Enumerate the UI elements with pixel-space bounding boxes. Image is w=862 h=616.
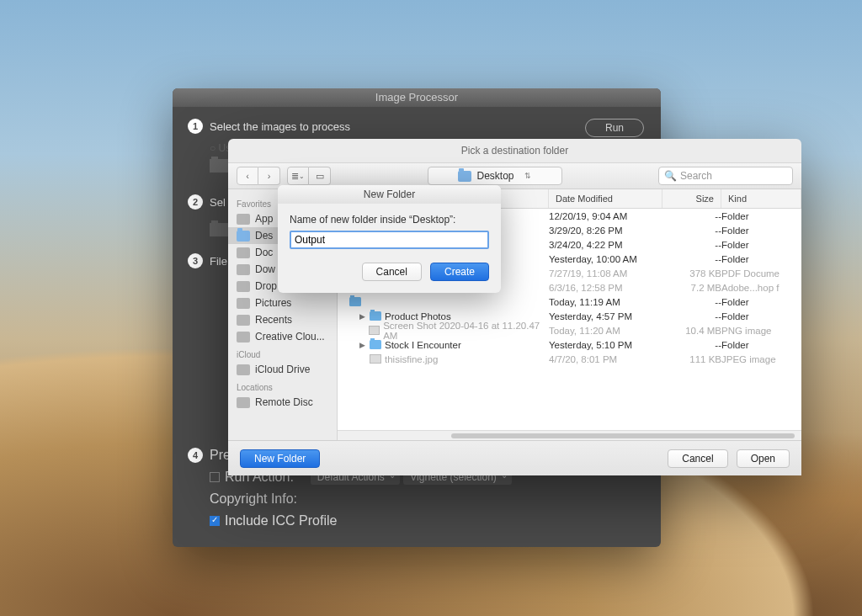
step-badge-2: 2 bbox=[188, 194, 203, 210]
file-kind: JPEG image bbox=[721, 354, 801, 364]
file-name: Screen Shot 2020-04-16 at 11.20.47 AM bbox=[383, 321, 549, 341]
file-kind: Adobe...hop f bbox=[721, 283, 801, 293]
window-title: Image Processor bbox=[173, 88, 661, 107]
search-icon: 🔍 bbox=[664, 170, 677, 182]
sidebar-header-locations: Locations bbox=[228, 378, 337, 394]
sidebar-item-remote-disc[interactable]: Remote Disc bbox=[228, 394, 337, 411]
sidebar-item-label: Pictures bbox=[255, 297, 291, 309]
sidebar-item-label: App bbox=[255, 213, 273, 225]
horizontal-scrollbar[interactable] bbox=[338, 430, 801, 440]
new-folder-dialog: New Folder Name of new folder inside “De… bbox=[278, 185, 501, 293]
disc-icon bbox=[237, 397, 250, 408]
file-row[interactable]: ▶Stock I EncounterYesterday, 5:10 PM--Fo… bbox=[338, 337, 801, 352]
file-date: 12/20/19, 9:04 AM bbox=[549, 211, 662, 221]
view-mode-button[interactable]: ≣ ⌄ bbox=[287, 167, 309, 185]
disclosure-triangle-icon[interactable]: ▶ bbox=[358, 341, 366, 349]
file-date: 7/27/19, 11:08 AM bbox=[549, 268, 662, 279]
file-kind: Folder bbox=[721, 311, 801, 321]
file-kind: Folder bbox=[721, 211, 801, 221]
file-name: Stock I Encounter bbox=[385, 340, 461, 350]
search-input[interactable]: 🔍 Search bbox=[658, 167, 793, 185]
file-size: 111 KB bbox=[662, 354, 721, 364]
column-kind[interactable]: Kind bbox=[721, 189, 801, 208]
file-date: Yesterday, 4:57 PM bbox=[549, 311, 662, 321]
new-folder-create-button[interactable]: Create bbox=[430, 263, 489, 281]
sidebar-item-icon bbox=[237, 247, 250, 258]
file-size: 7.2 MB bbox=[662, 283, 721, 293]
file-kind: PNG image bbox=[721, 326, 801, 336]
nav-back-button[interactable]: ‹ bbox=[237, 167, 258, 185]
file-size: -- bbox=[662, 340, 721, 350]
file-kind: Folder bbox=[721, 340, 801, 350]
run-action-checkbox[interactable] bbox=[210, 472, 220, 482]
sidebar-item-label: Des bbox=[255, 230, 273, 242]
column-size[interactable]: Size bbox=[662, 189, 721, 208]
file-icon bbox=[370, 354, 381, 364]
step-3-label: File bbox=[210, 255, 227, 268]
file-picker-title: Pick a destination folder bbox=[228, 139, 801, 162]
file-date: Today, 11:20 AM bbox=[549, 326, 662, 336]
sidebar-item-label: Dow bbox=[255, 263, 275, 275]
sidebar-item[interactable]: Creative Clou... bbox=[228, 328, 337, 345]
folder-icon bbox=[370, 311, 381, 321]
sidebar-item-icon bbox=[237, 281, 250, 292]
file-row[interactable]: Today, 11:19 AM--Folder bbox=[338, 295, 801, 309]
run-button[interactable]: Run bbox=[585, 119, 644, 137]
file-date: Yesterday, 10:00 AM bbox=[549, 254, 662, 264]
file-date: 3/29/20, 8:26 PM bbox=[549, 226, 662, 236]
file-size: -- bbox=[662, 240, 721, 250]
file-date: 6/3/16, 12:58 PM bbox=[549, 283, 662, 293]
file-size: -- bbox=[662, 297, 721, 307]
file-size: 378 KB bbox=[662, 268, 721, 279]
file-date: Yesterday, 5:10 PM bbox=[549, 340, 662, 350]
step-badge-4: 4 bbox=[188, 448, 203, 463]
sidebar-item-icon bbox=[237, 231, 250, 242]
file-name: thisisfine.jpg bbox=[385, 354, 438, 364]
sidebar-item-label: Creative Clou... bbox=[255, 331, 325, 343]
nav-forward-button[interactable]: › bbox=[258, 167, 280, 185]
search-placeholder: Search bbox=[680, 170, 712, 182]
chevron-updown-icon: ⇅ bbox=[524, 172, 531, 180]
folder-icon bbox=[370, 340, 381, 349]
new-folder-prompt: Name of new folder inside “Desktop”: bbox=[290, 214, 489, 226]
group-button[interactable]: ▭ bbox=[309, 167, 331, 185]
new-folder-name-input[interactable] bbox=[290, 231, 489, 249]
new-folder-title: New Folder bbox=[278, 185, 501, 204]
file-size: -- bbox=[662, 254, 721, 264]
include-icc-checkbox[interactable] bbox=[210, 516, 220, 526]
sidebar-item-icon bbox=[237, 298, 250, 309]
file-kind: Folder bbox=[721, 297, 801, 307]
folder-icon bbox=[349, 297, 361, 306]
folder-icon bbox=[458, 171, 471, 182]
sidebar-item-icon bbox=[237, 315, 250, 326]
picker-open-button[interactable]: Open bbox=[737, 449, 790, 468]
new-folder-button[interactable]: New Folder bbox=[240, 449, 320, 468]
file-size: -- bbox=[662, 226, 721, 236]
file-kind: PDF Docume bbox=[721, 268, 801, 279]
save-folder-icon[interactable]: ▸ bbox=[210, 223, 228, 236]
sidebar-item-icon bbox=[237, 332, 250, 343]
sidebar-item-label: Drop bbox=[255, 280, 277, 292]
file-kind: Folder bbox=[721, 226, 801, 236]
file-date: 3/24/20, 4:22 PM bbox=[549, 240, 662, 250]
disclosure-triangle-icon[interactable]: ▶ bbox=[358, 312, 366, 321]
file-row: thisisfine.jpg4/7/20, 8:01 PM111 KBJPEG … bbox=[338, 352, 801, 366]
sidebar-item[interactable]: Pictures bbox=[228, 295, 337, 311]
step-2-label: Sel bbox=[210, 196, 226, 209]
sidebar-item-icon bbox=[237, 214, 250, 225]
sidebar-item-label: Doc bbox=[255, 247, 273, 258]
step-badge-3: 3 bbox=[188, 253, 203, 268]
file-size: 10.4 MB bbox=[662, 326, 721, 336]
file-row: Screen Shot 2020-04-16 at 11.20.47 AMTod… bbox=[338, 323, 801, 337]
column-date[interactable]: Date Modified bbox=[549, 189, 662, 208]
location-dropdown[interactable]: Desktop ⇅ bbox=[428, 167, 562, 185]
copyright-label: Copyright Info: bbox=[210, 491, 297, 507]
file-date: Today, 11:19 AM bbox=[549, 297, 662, 307]
select-folder-icon[interactable]: ▸ bbox=[210, 159, 228, 173]
sidebar-item[interactable]: Recents bbox=[228, 311, 337, 328]
picker-cancel-button[interactable]: Cancel bbox=[668, 449, 727, 468]
step-badge-1: 1 bbox=[188, 119, 203, 134]
new-folder-cancel-button[interactable]: Cancel bbox=[362, 263, 422, 281]
sidebar-item-icloud-drive[interactable]: iCloud Drive bbox=[228, 361, 337, 378]
file-kind: Folder bbox=[721, 254, 801, 264]
